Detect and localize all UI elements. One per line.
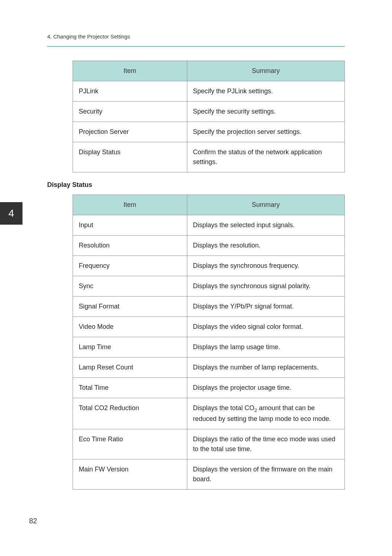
chapter-number: 4 <box>8 208 14 219</box>
table-row: Projection Server Specify the projection… <box>73 122 345 142</box>
table-row: Video Mode Displays the video signal col… <box>73 317 345 337</box>
cell-item: Lamp Reset Count <box>73 357 187 378</box>
table-row: Input Displays the selected input signal… <box>73 215 345 236</box>
cell-summary: Displays the selected input signals. <box>187 215 344 236</box>
cell-summary: Specify the projection server settings. <box>187 122 344 142</box>
table-header-summary: Summary <box>187 195 344 215</box>
table-row: Eco Time Ratio Displays the ratio of the… <box>73 429 345 459</box>
display-status-table: Item Summary Input Displays the selected… <box>73 195 345 490</box>
page-content: Item Summary PJLink Specify the PJLink s… <box>0 47 392 490</box>
settings-table: Item Summary PJLink Specify the PJLink s… <box>73 61 345 172</box>
cell-summary: Displays the synchronous frequency. <box>187 256 344 276</box>
cell-item: Lamp Time <box>73 337 187 357</box>
table-row: Total CO2 Reduction Displays the total C… <box>73 398 345 429</box>
cell-summary: Specify the PJLink settings. <box>187 81 344 102</box>
cell-item: Total Time <box>73 378 187 398</box>
table-row: Display Status Confirm the status of the… <box>73 142 345 172</box>
cell-summary: Displays the ratio of the time eco mode … <box>187 429 344 459</box>
cell-summary: Displays the synchronous signal polarity… <box>187 276 344 297</box>
table-row: Total Time Displays the projector usage … <box>73 378 345 398</box>
cell-item: Projection Server <box>73 122 187 142</box>
cell-summary: Displays the lamp usage time. <box>187 337 344 357</box>
cell-summary: Displays the Y/Pb/Pr signal format. <box>187 297 344 317</box>
cell-item: Video Mode <box>73 317 187 337</box>
cell-item: Security <box>73 102 187 122</box>
table-row: Lamp Time Displays the lamp usage time. <box>73 337 345 357</box>
cell-summary: Displays the total CO2 amount that can b… <box>187 398 344 429</box>
table-row: Sync Displays the synchronous signal pol… <box>73 276 345 297</box>
summary-pre: Displays the total CO <box>193 404 254 412</box>
table-row: Resolution Displays the resolution. <box>73 236 345 256</box>
cell-item: Total CO2 Reduction <box>73 398 187 429</box>
page-number: 82 <box>29 517 37 525</box>
cell-summary: Displays the resolution. <box>187 236 344 256</box>
breadcrumb: 4. Changing the Projector Settings <box>47 33 130 40</box>
table-row: Main FW Version Displays the version of … <box>73 459 345 489</box>
table-header-summary: Summary <box>187 61 344 81</box>
cell-item: Signal Format <box>73 297 187 317</box>
table-row: Frequency Displays the synchronous frequ… <box>73 256 345 276</box>
page-header: 4. Changing the Projector Settings <box>0 0 392 43</box>
cell-summary: Displays the video signal color format. <box>187 317 344 337</box>
table-row: Lamp Reset Count Displays the number of … <box>73 357 345 378</box>
cell-summary: Specify the security settings. <box>187 102 344 122</box>
table-header-item: Item <box>73 195 187 215</box>
cell-item: Input <box>73 215 187 236</box>
cell-item: Frequency <box>73 256 187 276</box>
cell-summary: Displays the projector usage time. <box>187 378 344 398</box>
cell-item: Display Status <box>73 142 187 172</box>
table-row: Security Specify the security settings. <box>73 102 345 122</box>
chapter-tab: 4 <box>0 202 23 225</box>
section-heading: Display Status <box>47 181 345 189</box>
cell-item: PJLink <box>73 81 187 102</box>
cell-item: Resolution <box>73 236 187 256</box>
cell-item: Sync <box>73 276 187 297</box>
table-header-item: Item <box>73 61 187 81</box>
cell-summary: Displays the number of lamp replacements… <box>187 357 344 378</box>
cell-summary: Confirm the status of the network applic… <box>187 142 344 172</box>
cell-summary: Displays the version of the firmware on … <box>187 459 344 489</box>
cell-item: Eco Time Ratio <box>73 429 187 459</box>
cell-item: Main FW Version <box>73 459 187 489</box>
table-row: PJLink Specify the PJLink settings. <box>73 81 345 102</box>
table-row: Signal Format Displays the Y/Pb/Pr signa… <box>73 297 345 317</box>
